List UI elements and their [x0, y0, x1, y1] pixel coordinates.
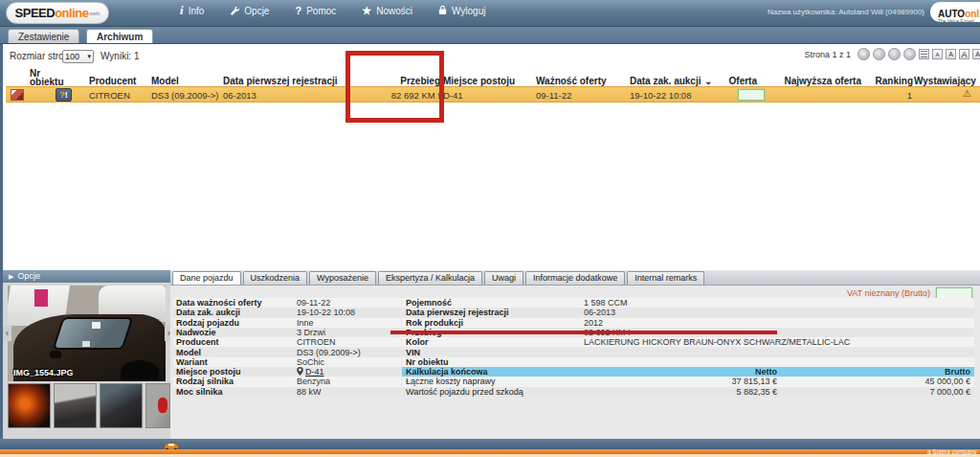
- col-producent[interactable]: Producent: [89, 76, 136, 86]
- nav-info-label: Info: [189, 6, 205, 16]
- offer-input[interactable]: [738, 89, 765, 101]
- autoonline-logo: AUTOonline The Value Expert: [930, 2, 980, 22]
- brand-online-text: online: [965, 9, 980, 19]
- cell-model: DS3 (09.2009->): [151, 90, 219, 101]
- star-icon: ★: [362, 6, 371, 15]
- top-nav: i Info Opcje ? Pomoc ★ Nowości Wyloguj: [180, 5, 485, 16]
- tab-informacje-dodatkowe[interactable]: Informacje dodatkowe: [525, 271, 625, 285]
- font-size-small-button[interactable]: A: [932, 49, 943, 59]
- gallery-options-header[interactable]: ▶Opcje: [3, 270, 173, 283]
- prev-page-button[interactable]: ‹: [873, 48, 885, 60]
- col-ranking[interactable]: Ranking: [865, 76, 913, 86]
- detail-row: VIN: [402, 348, 974, 357]
- last-page-button[interactable]: »: [903, 48, 916, 60]
- sort-icon: ⌄: [704, 76, 712, 86]
- tab-uwagi[interactable]: Uwagi: [484, 271, 523, 285]
- nav-opcje[interactable]: Opcje: [230, 6, 269, 16]
- tab-dane-pojazdu[interactable]: Dane pojazdu: [172, 271, 241, 285]
- tab-uszkodzenia[interactable]: Uszkodzenia: [243, 271, 308, 285]
- triangle-right-icon: ▶: [9, 273, 13, 280]
- nav-wyloguj[interactable]: Wyloguj: [438, 5, 485, 16]
- image-gallery-panel: ▶Opcje IMG_1554.JPG ‹ ›: [0, 270, 170, 439]
- page-size-select[interactable]: 100 ▾: [62, 50, 94, 63]
- col-waznosc-oferty[interactable]: Ważność oferty: [536, 76, 607, 86]
- solera-label: a Solera company: [926, 448, 976, 455]
- gallery-prev-arrow[interactable]: ‹: [3, 326, 11, 341]
- detail-row: Rok produkcji2012: [402, 318, 974, 328]
- page-size-value: 100: [65, 52, 79, 61]
- tab-zestawienie[interactable]: Zestawienie: [8, 29, 79, 43]
- logo-speed-text: SPEED: [15, 6, 56, 20]
- speedonline-logo[interactable]: SPEEDonlineweb: [6, 2, 109, 24]
- logo-online-text: online: [55, 6, 88, 20]
- tab-ekspertyza[interactable]: Ekspertyza / Kalkulacja: [378, 271, 482, 285]
- calc-header-row: Kalkulacja końcowa Netto Brutto: [402, 367, 974, 377]
- detail-row-miejsce-postoju: Miejsce postoju D-41: [173, 367, 401, 377]
- annotation-rectangle: [345, 51, 444, 123]
- nav-pomoc[interactable]: ? Pomoc: [295, 6, 336, 16]
- tab-wyposazenie[interactable]: Wyposażenie: [309, 271, 376, 285]
- col-miejsce-postoju[interactable]: Miejsce postoju: [443, 76, 515, 86]
- col-model[interactable]: Model: [151, 76, 179, 86]
- details-tab-bar: Dane pojazdu Uszkodzenia Wyposażenie Eks…: [170, 271, 980, 286]
- col-oferta[interactable]: Oferta: [714, 76, 757, 86]
- detail-row: Data pierwszej rejestracji06-2013: [402, 308, 974, 317]
- nav-opcje-label: Opcje: [244, 6, 269, 16]
- location-link[interactable]: D-41: [305, 367, 324, 377]
- main-tab-strip: Zestawienie Archiwum: [0, 27, 980, 44]
- export-icon[interactable]: [919, 49, 929, 59]
- detail-row: Rodzaj pojazduInne: [173, 318, 401, 328]
- warning-icon[interactable]: ⚠: [963, 88, 971, 99]
- cell-data-zak-aukcji: 19-10-22 10:08: [630, 90, 691, 101]
- col-data-rejestracji[interactable]: Data pierwszej rejestracji: [223, 76, 338, 86]
- next-page-button[interactable]: ›: [888, 48, 901, 60]
- lock-icon: [438, 5, 447, 16]
- detail-row: Data zak. aukcji19-10-22 10:08: [173, 308, 401, 317]
- font-size-medium-button[interactable]: A: [946, 49, 956, 59]
- font-size-large-button[interactable]: A: [959, 49, 969, 59]
- username-text: Nazwa użytkownika: Autoland Will (049899…: [768, 8, 924, 16]
- calc-netto-header: Netto: [672, 367, 777, 377]
- detail-row: Nadwozie3 Drzwi: [173, 328, 401, 337]
- first-page-button[interactable]: «: [858, 48, 870, 60]
- chevron-down-icon: ▾: [87, 53, 91, 60]
- col-nr-obiektu[interactable]: Nr obiektu: [30, 69, 68, 86]
- brand-auto-text: AUTO: [938, 9, 965, 19]
- col-najwyzsza-oferta[interactable]: Najwyższa oferta: [768, 76, 861, 86]
- page-info: Strona 1 z 1: [804, 50, 851, 59]
- nav-nowosci[interactable]: ★ Nowości: [362, 6, 412, 16]
- speedonline-window: SPEEDonlineweb i Info Opcje ? Pomoc ★ No…: [0, 0, 980, 457]
- thumbnail-taillight[interactable]: [8, 383, 51, 428]
- tab-internal-remarks[interactable]: Internal remarks: [627, 271, 704, 285]
- tab-archiwum[interactable]: Archiwum: [86, 29, 153, 43]
- results-count: Wyniki: 1: [100, 51, 139, 61]
- alert-button[interactable]: ?!: [56, 88, 72, 102]
- annotation-underline: [390, 331, 777, 334]
- archive-list-panel: Rozmiar strony 100 ▾ Wyniki: 1 Strona 1 …: [0, 44, 980, 270]
- footer-bar: [0, 439, 980, 449]
- font-size-extra-button[interactable]: A: [972, 49, 980, 59]
- pagination-controls: Strona 1 z 1 « ‹ › » A A A A: [804, 48, 974, 60]
- calc-row: Wartość pojazdu przed szkodą 5 882,35 € …: [402, 387, 974, 397]
- col-data-zak-aukcji[interactable]: Data zak. aukcji: [630, 76, 701, 86]
- detail-row: ProducentCITROEN: [173, 337, 401, 347]
- detail-row: Data ważności oferty09-11-22: [173, 298, 401, 308]
- calc-brutto-header: Brutto: [865, 367, 970, 377]
- col-wystawiajacy[interactable]: Wystawiający: [914, 76, 976, 86]
- cell-ranking: 1: [867, 90, 912, 101]
- cell-data-rejestracji: 06-2013: [223, 90, 256, 101]
- wrench-icon: [230, 6, 239, 16]
- detail-row: WariantSoChic: [173, 357, 401, 367]
- detail-row: Moc silnika88 kW: [173, 387, 401, 397]
- thumbnail-rear-view[interactable]: [145, 383, 170, 428]
- vehicle-main-photo[interactable]: IMG_1554.JPG: [8, 286, 166, 381]
- photo-icon[interactable]: [11, 89, 24, 101]
- thumbnail-roof-view[interactable]: [100, 383, 143, 428]
- cell-miejsce-postoju: D-41: [443, 90, 463, 101]
- logo-superscript: web: [89, 11, 100, 16]
- table-row[interactable]: ?! CITROEN DS3 (09.2009->) 06-2013 82 69…: [6, 86, 980, 103]
- image-filename: IMG_1554.JPG: [13, 368, 74, 377]
- thumbnail-side-view[interactable]: [54, 383, 97, 428]
- nav-info[interactable]: i Info: [180, 6, 204, 16]
- detail-row: Pojemność1 598 CCM: [402, 298, 974, 308]
